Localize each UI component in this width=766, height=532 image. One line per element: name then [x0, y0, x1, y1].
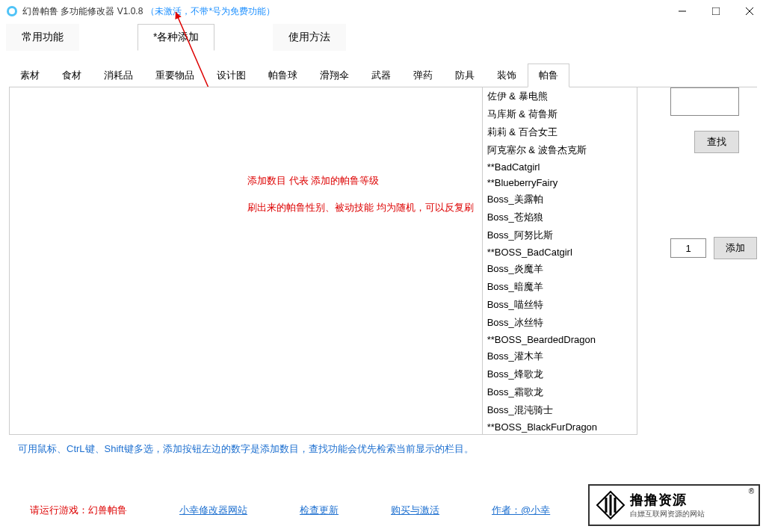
quantity-input[interactable]: [670, 238, 706, 258]
list-item[interactable]: Boss_喵丝特: [483, 296, 637, 314]
svg-point-1: [9, 8, 15, 14]
subtab-decor[interactable]: 装饰: [486, 64, 528, 87]
subtab-keyitem[interactable]: 重要物品: [144, 64, 206, 87]
work-area: 添加数目 代表 添加的帕鲁等级 刷出来的帕鲁性别、被动技能 均为随机，可以反复刷…: [9, 87, 757, 435]
hint-text: 可用鼠标、CtrL键、Shift键多选，添加按钮左边的数字是添加数目，查找功能会…: [18, 442, 748, 456]
search-button[interactable]: 查找: [694, 131, 739, 153]
sub-tabs: 素材 食材 消耗品 重要物品 设计图 帕鲁球 滑翔伞 武器 弹药 防具 装饰 帕…: [9, 64, 757, 87]
subtab-palball[interactable]: 帕鲁球: [257, 64, 309, 87]
list-item[interactable]: 马库斯 & 荷鲁斯: [483, 105, 637, 123]
subtab-blank2[interactable]: [611, 64, 652, 87]
content-area: 素材 食材 消耗品 重要物品 设计图 帕鲁球 滑翔伞 武器 弹药 防具 装饰 帕…: [0, 52, 766, 471]
list-item[interactable]: **BlueberryFairy: [483, 175, 637, 191]
watermark: 撸撸资源 白嫖互联网资源的网站 ®: [588, 484, 760, 526]
window-title: 幻兽帕鲁 多功能修改器 V1.0.8: [22, 5, 143, 18]
list-item[interactable]: Boss_炎魔羊: [483, 260, 637, 278]
window-controls: [665, 0, 766, 22]
list-item[interactable]: Boss_冰丝特: [483, 314, 637, 332]
watermark-r: ®: [749, 487, 754, 495]
list-item[interactable]: **BOSS_BeardedDragon: [483, 332, 637, 347]
link-purchase[interactable]: 购买与激活: [391, 504, 439, 517]
subtab-material[interactable]: 素材: [9, 64, 51, 87]
subtab-blank1[interactable]: [569, 64, 611, 87]
link-website[interactable]: 小幸修改器网站: [179, 504, 247, 517]
subtab-weapon[interactable]: 武器: [360, 64, 402, 87]
close-button[interactable]: [732, 0, 766, 22]
tab-common[interactable]: 常用功能: [6, 24, 79, 51]
list-item[interactable]: Boss_烽歌龙: [483, 365, 637, 383]
note-level: 添加数目 代表 添加的帕鲁等级: [247, 174, 379, 188]
maximize-button[interactable]: [699, 0, 732, 22]
minimize-button[interactable]: [665, 0, 699, 22]
watermark-sub: 白嫖互联网资源的网站: [630, 509, 705, 519]
subtab-blueprint[interactable]: 设计图: [206, 64, 257, 87]
subtab-food[interactable]: 食材: [51, 64, 93, 87]
list-item[interactable]: Boss_阿努比斯: [483, 226, 637, 244]
right-column: 查找 添加: [670, 87, 757, 435]
window-note: （未激活，不带*号为免费功能）: [146, 5, 275, 18]
preview-panel: 添加数目 代表 添加的帕鲁等级 刷出来的帕鲁性别、被动技能 均为随机，可以反复刷: [9, 87, 483, 435]
list-item[interactable]: Boss_混沌骑士: [483, 401, 637, 419]
link-update[interactable]: 检查更新: [300, 504, 339, 517]
list-item[interactable]: **BadCatgirl: [483, 159, 637, 175]
pal-list[interactable]: 佐伊 & 暴电熊马库斯 & 荷鲁斯莉莉 & 百合女王阿克塞尔 & 波鲁杰克斯**…: [483, 87, 637, 435]
list-item[interactable]: Boss_灌木羊: [483, 347, 637, 365]
tab-usage[interactable]: 使用方法: [273, 24, 346, 51]
watermark-icon: [596, 490, 626, 520]
list-item[interactable]: **BOSS_BlackFurDragon: [483, 419, 637, 435]
list-item[interactable]: Boss_美露帕: [483, 191, 637, 208]
subtab-armor[interactable]: 防具: [444, 64, 486, 87]
search-input[interactable]: [670, 87, 739, 116]
subtab-ammo[interactable]: 弹药: [402, 64, 444, 87]
titlebar: 幻兽帕鲁 多功能修改器 V1.0.8 （未激活，不带*号为免费功能）: [0, 0, 766, 22]
run-game-msg: 请运行游戏：幻兽帕鲁: [30, 504, 127, 517]
subtab-consumable[interactable]: 消耗品: [93, 64, 144, 87]
svg-rect-4: [712, 7, 720, 15]
watermark-title: 撸撸资源: [630, 491, 705, 509]
list-item[interactable]: Boss_苍焰狼: [483, 208, 637, 226]
subtab-glider[interactable]: 滑翔伞: [309, 64, 360, 87]
main-tabs: 常用功能 *各种添加 使用方法: [0, 24, 766, 52]
list-item[interactable]: 莉莉 & 百合女王: [483, 123, 637, 141]
app-icon: [6, 5, 18, 17]
list-item[interactable]: **BOSS_BadCatgirl: [483, 244, 637, 260]
list-item[interactable]: Boss_暗魔羊: [483, 278, 637, 296]
note-random: 刷出来的帕鲁性别、被动技能 均为随机，可以反复刷: [247, 201, 474, 214]
list-item[interactable]: 佐伊 & 暴电熊: [483, 87, 637, 105]
link-author[interactable]: 作者：@小幸: [492, 504, 550, 517]
list-item[interactable]: Boss_霜歌龙: [483, 383, 637, 401]
tab-add[interactable]: *各种添加: [138, 24, 214, 51]
subtab-pal[interactable]: 帕鲁: [528, 64, 569, 87]
list-item[interactable]: 阿克塞尔 & 波鲁杰克斯: [483, 141, 637, 159]
add-button[interactable]: 添加: [714, 237, 757, 259]
